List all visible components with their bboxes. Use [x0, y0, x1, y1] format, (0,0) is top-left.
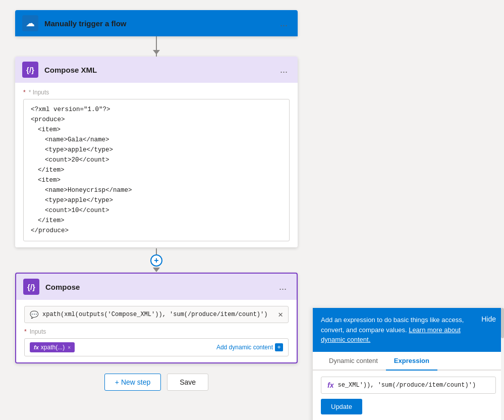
expression-fx-badge: fx: [327, 381, 333, 389]
formula-token-label: xpath(...): [41, 344, 65, 351]
panel-header: Add an expression to do basic things lik…: [313, 308, 504, 352]
compose-body: 💬 xpath(xml(outputs('Compose_XML')), 'su…: [15, 300, 298, 363]
connector-line-top: [156, 248, 157, 254]
compose-title: Compose: [45, 283, 276, 291]
panel-header-text: Add an expression to do basic things lik…: [321, 315, 481, 345]
xpath-formula[interactable]: xpath(xml(outputs('Compose_XML')), 'sum(…: [42, 311, 278, 318]
compose-menu[interactable]: ...: [276, 281, 290, 293]
add-dynamic-label[interactable]: Add dynamic content: [216, 344, 273, 351]
compose-xml-body: * * Inputs <?xml version="1.0"?> <produc…: [15, 83, 298, 247]
compose-icon: {/}: [23, 279, 39, 295]
bottom-actions: + New step Save: [15, 374, 298, 391]
trigger-card: ☁ Manually trigger a flow ...: [15, 10, 298, 36]
expression-input-row[interactable]: fx se_XML')), 'sum(/produce/item/count)'…: [321, 377, 496, 394]
expression-text[interactable]: se_XML')), 'sum(/produce/item/count)'): [338, 382, 489, 389]
inputs-row[interactable]: fx xpath(...) × Add dynamic content +: [24, 338, 289, 356]
trigger-header: ☁ Manually trigger a flow ...: [15, 10, 298, 36]
compose-xml-menu[interactable]: ...: [277, 64, 291, 76]
add-dynamic-plus-icon[interactable]: +: [275, 343, 283, 351]
compose-header: {/} Compose ...: [15, 273, 298, 300]
new-step-button[interactable]: + New step: [104, 374, 161, 391]
compose-field-label: * Inputs: [24, 328, 289, 335]
right-panel: Add an expression to do basic things lik…: [312, 308, 504, 420]
fx-symbol: fx: [34, 344, 39, 350]
connector-add: +: [15, 247, 298, 273]
panel-tabs: Dynamic content Expression: [313, 352, 504, 371]
tab-dynamic-content[interactable]: Dynamic content: [321, 352, 386, 371]
add-step-button[interactable]: +: [150, 254, 162, 267]
formula-token[interactable]: fx xpath(...) ×: [30, 342, 75, 352]
compose-card: {/} Compose ... 💬 xpath(xml(outputs('Com…: [15, 273, 298, 363]
trigger-title: Manually trigger a flow: [44, 19, 277, 28]
trigger-menu[interactable]: ...: [277, 17, 291, 30]
connector-arrow-2: [153, 268, 160, 272]
trigger-icon: ☁: [22, 15, 38, 31]
xpath-close-button[interactable]: ✕: [278, 309, 283, 320]
panel-hide-button[interactable]: Hide: [481, 315, 496, 323]
compose-xml-card: {/} Compose XML ... * * Inputs <?xml ver…: [15, 57, 298, 247]
tab-expression[interactable]: Expression: [386, 352, 437, 371]
formula-bar-icon: 💬: [30, 310, 38, 319]
update-button[interactable]: Update: [321, 399, 362, 414]
save-button[interactable]: Save: [167, 374, 208, 391]
panel-body: fx se_XML')), 'sum(/produce/item/count)'…: [313, 371, 504, 421]
panel-scrollbar[interactable]: [501, 308, 504, 420]
compose-xml-title: Compose XML: [44, 66, 277, 74]
compose-xml-field-label: * * Inputs: [23, 89, 290, 96]
formula-token-close[interactable]: ×: [68, 345, 71, 350]
connector-arrow-1: [153, 50, 160, 55]
add-dynamic-content-link[interactable]: Add dynamic content +: [216, 343, 283, 351]
compose-xml-icon: {/}: [22, 62, 38, 78]
xml-content-area[interactable]: <?xml version="1.0"?> <produce> <item> <…: [23, 99, 290, 241]
panel-scrollbar-thumb[interactable]: [501, 308, 504, 338]
connector-1: [15, 36, 298, 57]
xpath-bar: 💬 xpath(xml(outputs('Compose_XML')), 'su…: [24, 306, 289, 323]
compose-xml-header: {/} Compose XML ...: [15, 57, 298, 83]
